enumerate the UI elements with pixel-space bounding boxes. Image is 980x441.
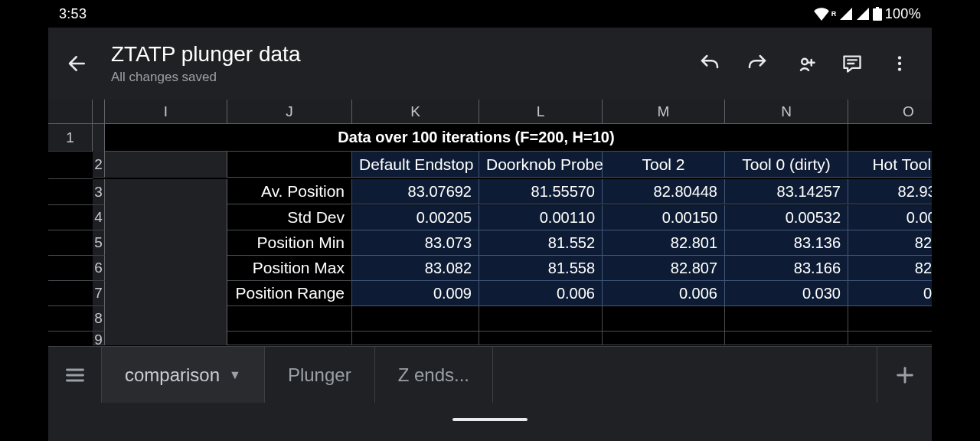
cell[interactable]: Position Max [227, 256, 352, 281]
all-sheets-button[interactable] [48, 347, 102, 403]
svg-point-0 [898, 56, 901, 59]
cell[interactable]: Position Min [227, 230, 352, 256]
row-number[interactable]: 1 [48, 124, 93, 152]
comments-button[interactable] [840, 51, 864, 76]
cell[interactable]: 82.925 [848, 230, 932, 256]
redo-button[interactable] [745, 51, 769, 76]
sheet-tab-label: comparison [125, 364, 220, 386]
cell[interactable]: 82.801 [603, 230, 725, 256]
select-all-corner[interactable] [48, 100, 93, 124]
overflow-menu-button[interactable] [887, 51, 912, 76]
row-number[interactable]: 2 [93, 152, 105, 178]
spreadsheet-grid[interactable]: I J K L M N O 1 Data over 100 iterations… [48, 100, 932, 346]
cell[interactable]: 82.807 [603, 256, 725, 281]
cell[interactable]: 0.00532 [725, 205, 848, 230]
sheet-tab-zends[interactable]: Z ends... [375, 347, 493, 403]
battery-percent: 100% [885, 6, 921, 22]
cell[interactable]: 0.00110 [479, 205, 603, 230]
nav-pill-icon [452, 418, 528, 421]
sheet-tab-label: Z ends... [398, 364, 469, 386]
cell[interactable]: 81.55570 [479, 179, 603, 204]
battery-icon [873, 7, 882, 21]
cell[interactable]: Data over 100 iterations (F=200, H=10) [105, 124, 848, 152]
cell[interactable]: 81.552 [479, 230, 603, 256]
cell[interactable]: 0.009 [352, 281, 479, 306]
cell[interactable]: 0.006 [479, 281, 603, 306]
cell[interactable]: 83.082 [352, 256, 479, 281]
cell[interactable]: Doorknob Probe [479, 152, 603, 178]
sheet-tab-bar: comparison ▼ Plunger Z ends... [48, 346, 932, 403]
add-sheet-button[interactable] [877, 347, 932, 403]
cell[interactable]: 83.073 [352, 230, 479, 256]
cell[interactable]: Tool 0 (dirty) [725, 152, 848, 178]
document-title[interactable]: ZTATP plunger data [111, 44, 697, 65]
clock: 3:53 [59, 6, 87, 22]
cell[interactable]: Hot Tool 0 [848, 152, 932, 178]
cell[interactable] [227, 306, 352, 332]
column-header[interactable]: K [352, 100, 479, 124]
cell[interactable] [227, 152, 352, 178]
row-number[interactable]: 4 [93, 205, 105, 230]
status-icons: R 100% [813, 6, 921, 22]
cell[interactable]: 83.07692 [352, 179, 479, 204]
row-number[interactable]: 3 [93, 179, 105, 205]
cell[interactable]: 83.136 [725, 230, 848, 256]
cell[interactable]: 81.558 [479, 256, 603, 281]
sheet-tab-comparison[interactable]: comparison ▼ [102, 347, 265, 403]
cell[interactable]: 0.00205 [352, 205, 479, 230]
undo-button[interactable] [697, 51, 722, 76]
row-number[interactable]: 7 [93, 281, 105, 306]
row-number[interactable]: 9 [93, 332, 105, 345]
share-button[interactable] [792, 51, 817, 76]
cell[interactable]: Tool 2 [603, 152, 725, 178]
row-number[interactable]: 6 [93, 256, 105, 281]
cell[interactable]: 83.166 [725, 256, 848, 281]
column-header[interactable]: L [479, 100, 603, 124]
svg-point-2 [898, 67, 901, 70]
cell[interactable]: Av. Position [227, 179, 352, 204]
column-header[interactable]: O [848, 100, 932, 124]
signal-icon-2 [856, 8, 870, 20]
sheet-tab-label: Plunger [288, 364, 351, 386]
wifi-icon [813, 7, 830, 21]
status-bar: 3:53 R 100% [48, 0, 932, 28]
cell[interactable]: Position Range [227, 281, 352, 306]
column-header[interactable]: M [603, 100, 725, 124]
cell[interactable]: 0.00150 [603, 205, 725, 230]
column-header[interactable]: N [725, 100, 848, 124]
cell[interactable]: 83.14257 [725, 179, 848, 204]
cell[interactable]: Std Dev [227, 205, 352, 230]
cell[interactable]: 0.030 [725, 281, 848, 306]
back-button[interactable] [59, 45, 96, 82]
cell[interactable]: Default Endstop [352, 152, 479, 178]
signal-icon-1 [839, 8, 853, 20]
cell[interactable]: 0.029 [848, 281, 932, 306]
cell[interactable]: 82.80448 [603, 179, 725, 204]
column-header[interactable]: J [227, 100, 352, 124]
row-number[interactable]: 8 [93, 306, 105, 332]
column-header[interactable]: I [105, 100, 227, 124]
row-number[interactable]: 5 [93, 230, 105, 256]
cell[interactable]: 0.00686 [848, 205, 932, 230]
sheet-tab-plunger[interactable]: Plunger [265, 347, 375, 403]
cell[interactable]: 82.954 [848, 256, 932, 281]
app-toolbar: ZTATP plunger data All changes saved [48, 28, 932, 100]
save-status: All changes saved [111, 70, 697, 85]
gesture-nav-bar[interactable] [48, 403, 932, 441]
chevron-down-icon: ▼ [229, 368, 241, 382]
cell[interactable]: 82.93172 [848, 179, 932, 204]
cell[interactable]: 0.006 [603, 281, 725, 306]
svg-point-1 [898, 62, 901, 65]
